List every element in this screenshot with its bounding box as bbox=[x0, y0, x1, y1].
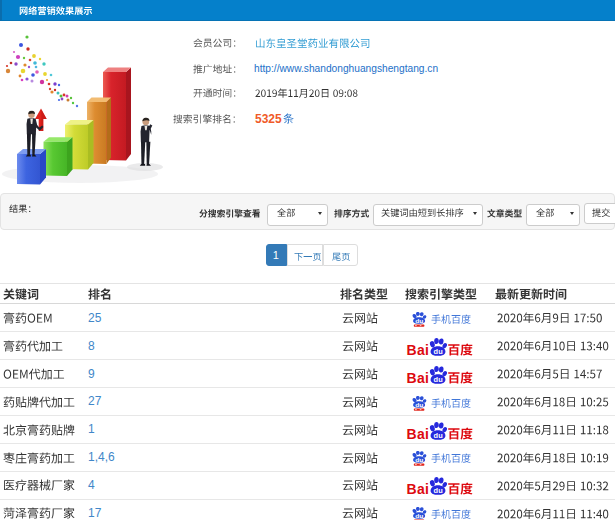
svg-text:du: du bbox=[415, 401, 423, 407]
svg-text:Bai: Bai bbox=[407, 369, 430, 385]
svg-text:Bai: Bai bbox=[407, 481, 430, 497]
svg-text:Bai: Bai bbox=[407, 425, 430, 441]
svg-text:du: du bbox=[415, 512, 423, 518]
svg-text:du: du bbox=[434, 375, 444, 384]
svg-text:Bai: Bai bbox=[407, 341, 430, 357]
svg-text:du: du bbox=[415, 317, 423, 323]
svg-text:du: du bbox=[415, 457, 423, 463]
svg-text:du: du bbox=[434, 431, 444, 440]
svg-text:du: du bbox=[434, 347, 444, 356]
svg-text:du: du bbox=[434, 486, 444, 495]
